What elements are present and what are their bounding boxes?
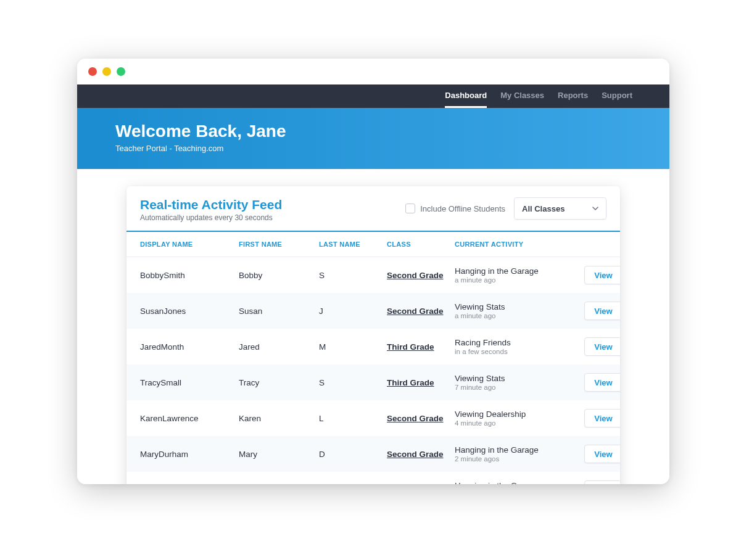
nav-dashboard[interactable]: Dashboard (445, 84, 487, 108)
activity-title: Viewing Stats (455, 302, 584, 311)
chevron-down-icon (592, 205, 598, 212)
cell-first-name: Tracy (239, 378, 319, 387)
col-class: CLASS (387, 241, 455, 248)
select-value: All Classes (522, 204, 565, 213)
activity-time: in a few seconds (455, 348, 584, 355)
include-offline-checkbox-group[interactable]: Include Offline Students (405, 204, 505, 213)
top-navbar: Dashboard My Classes Reports Support (77, 84, 669, 108)
nav-support[interactable]: Support (602, 84, 632, 108)
maximize-window-icon[interactable] (117, 67, 125, 76)
view-button[interactable]: View (584, 302, 620, 320)
col-display-name: DISPLAY NAME (140, 241, 239, 248)
cell-activity: Hanging in the Garagea minute ago (455, 266, 584, 284)
cell-last-name: M (319, 342, 387, 352)
activity-title: Hanging in the Garage (455, 481, 584, 484)
cell-first-name: Bobby (239, 271, 319, 280)
activity-title: Hanging in the Garage (455, 266, 584, 276)
activity-feed-card: Real-time Activity Feed Automatically up… (126, 186, 620, 484)
cell-first-name: Karen (239, 414, 319, 423)
card-subtitle: Automatically updates every 30 seconds (140, 213, 282, 222)
page-title: Welcome Back, Jane (115, 121, 631, 141)
col-current-activity: CURRENT ACTIVITY (455, 241, 584, 248)
cell-display-name: SusanJones (140, 307, 239, 316)
cell-display-name: KarenLawrence (140, 414, 239, 423)
view-button[interactable]: View (584, 266, 620, 284)
view-button[interactable]: View (584, 480, 620, 484)
browser-window: Dashboard My Classes Reports Support Wel… (77, 59, 669, 484)
activity-title: Viewing Dealership (455, 410, 584, 419)
cell-activity: Viewing Stats7 minute ago (455, 374, 584, 391)
class-link[interactable]: Second Grade (387, 271, 444, 280)
main-content: Real-time Activity Feed Automatically up… (77, 169, 669, 484)
col-first-name: FIRST NAME (239, 241, 319, 248)
cell-first-name: Mary (239, 450, 319, 459)
activity-title: Viewing Stats (455, 374, 584, 383)
cell-display-name: MaryDurham (140, 450, 239, 459)
class-link[interactable]: Third Grade (387, 342, 434, 352)
hero-banner: Welcome Back, Jane Teacher Portal - Teac… (77, 108, 669, 169)
checkbox-icon[interactable] (405, 204, 415, 213)
table-row: KarenLawrenceKarenLSecond GradeViewing D… (126, 400, 620, 436)
activity-time: 7 minute ago (455, 384, 584, 391)
cell-display-name: BobbySmith (140, 271, 239, 280)
table-row: TracySmallTracySThird GradeViewing Stats… (126, 364, 620, 400)
class-link[interactable]: Third Grade (387, 378, 434, 387)
cell-display-name: JaredMonth (140, 342, 239, 352)
activity-title: Racing Friends (455, 338, 584, 347)
nav-my-classes[interactable]: My Classes (500, 84, 544, 108)
table-row: BobbySmithBobbySSecond GradeHanging in t… (126, 257, 620, 293)
activity-time: 4 minute ago (455, 419, 584, 427)
class-link[interactable]: Second Grade (387, 414, 444, 423)
activity-time: a minute ago (455, 276, 584, 284)
cell-activity: Hanging in the Garagea minute ago (455, 481, 584, 484)
cell-last-name: L (319, 414, 387, 423)
cell-first-name: Susan (239, 307, 319, 316)
cell-activity: Hanging in the Garage2 minute agos (455, 445, 584, 463)
class-link[interactable]: Second Grade (387, 450, 444, 459)
activity-title: Hanging in the Garage (455, 445, 584, 455)
class-filter-select[interactable]: All Classes (514, 197, 606, 220)
activity-time: 2 minute agos (455, 455, 584, 463)
cell-last-name: D (319, 450, 387, 459)
cell-activity: Racing Friendsin a few seconds (455, 338, 584, 355)
table-row: MaryDurhamMaryDSecond GradeHanging in th… (126, 436, 620, 472)
nav-reports[interactable]: Reports (558, 84, 588, 108)
cell-activity: Viewing Statsa minute ago (455, 302, 584, 319)
view-button[interactable]: View (584, 373, 620, 392)
table-row: AstridBrownAstridBThird GradeHanging in … (126, 472, 620, 484)
view-button[interactable]: View (584, 409, 620, 427)
table-header-row: DISPLAY NAME FIRST NAME LAST NAME CLASS … (126, 232, 620, 257)
card-title: Real-time Activity Feed (140, 197, 282, 212)
class-link[interactable]: Second Grade (387, 307, 444, 316)
cell-last-name: S (319, 378, 387, 387)
close-window-icon[interactable] (88, 67, 97, 76)
card-header: Real-time Activity Feed Automatically up… (126, 186, 620, 232)
checkbox-label: Include Offline Students (420, 204, 505, 213)
cell-last-name: S (319, 271, 387, 280)
minimize-window-icon[interactable] (102, 67, 111, 76)
table-body: BobbySmithBobbySSecond GradeHanging in t… (126, 257, 620, 484)
window-titlebar (77, 59, 669, 84)
view-button[interactable]: View (584, 445, 620, 463)
page-subtitle: Teacher Portal - Teaching.com (115, 144, 631, 153)
cell-last-name: J (319, 307, 387, 316)
cell-first-name: Jared (239, 342, 319, 352)
table-row: SusanJonesSusanJSecond GradeViewing Stat… (126, 293, 620, 329)
col-last-name: LAST NAME (319, 241, 387, 248)
table-row: JaredMonthJaredMThird GradeRacing Friend… (126, 329, 620, 364)
activity-time: a minute ago (455, 312, 584, 319)
cell-display-name: TracySmall (140, 378, 239, 387)
view-button[interactable]: View (584, 337, 620, 356)
cell-activity: Viewing Dealership4 minute ago (455, 410, 584, 427)
